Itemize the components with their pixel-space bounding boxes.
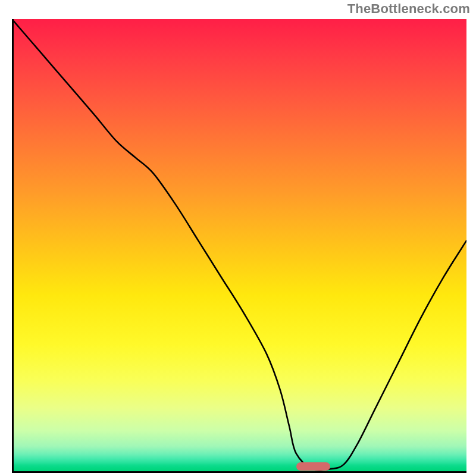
chart-root: TheBottleneck.com xyxy=(0,0,476,476)
curve-svg xyxy=(12,19,466,471)
plot-area xyxy=(12,19,466,471)
bottleneck-curve xyxy=(12,19,466,470)
attribution-text: TheBottleneck.com xyxy=(347,1,470,17)
x-axis-line xyxy=(12,471,466,473)
minimum-marker xyxy=(296,462,330,471)
y-axis-line xyxy=(12,19,14,471)
